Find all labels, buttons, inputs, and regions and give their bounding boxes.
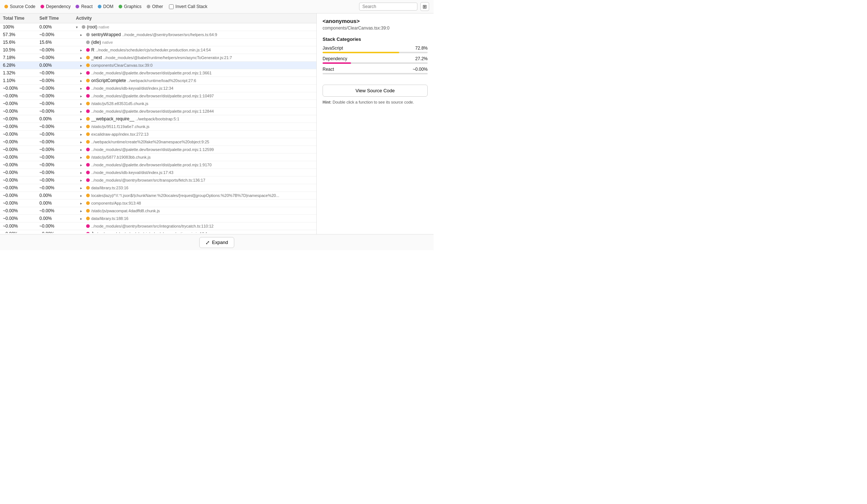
total-time: ~0.00% xyxy=(3,139,39,144)
table-row[interactable]: 1.10% ~0.00% ▸ onScriptComplete ../webpa… xyxy=(0,77,316,85)
total-time: ~0.00% xyxy=(3,101,39,106)
expand-row-btn[interactable]: ▸ xyxy=(80,186,85,190)
expand-row-btn[interactable]: ▸ xyxy=(80,132,85,136)
activity-text: (root) native xyxy=(87,24,109,30)
table-row[interactable]: ~0.00% ~0.00% ▸ ../node_modules/idb-keyv… xyxy=(0,85,316,92)
self-time: ~0.00% xyxy=(39,185,76,190)
activity-text: /static/js/528.e83531d5.chunk.js xyxy=(91,101,149,106)
expand-row-btn[interactable]: ▸ xyxy=(80,56,85,60)
bottom-bar: ⤢ Expand xyxy=(0,234,434,250)
function-title: <anonymous> xyxy=(323,18,428,24)
expand-row-btn[interactable]: ▸ xyxy=(80,201,85,205)
filter-other[interactable]: Other xyxy=(147,4,163,9)
expand-row-btn[interactable]: ▸ xyxy=(80,155,85,159)
activity-text: __webpack_require__ ../webpack/bootstrap… xyxy=(91,116,179,121)
expand-button[interactable]: ⤢ Expand xyxy=(199,237,234,248)
table-row[interactable]: ~0.00% ~0.00% ▸ ../node_modules/@palette… xyxy=(0,161,316,169)
table-row[interactable]: ~0.00% ~0.00% ▸ /static/js/9511.f119a6e7… xyxy=(0,123,316,131)
table-row[interactable]: 10.5% ~0.00% ▸ R ../node_modules/schedul… xyxy=(0,46,316,54)
table-row[interactable]: 1.32% ~0.00% ▸ ../node_modules/@palette.… xyxy=(0,69,316,77)
expand-row-btn[interactable]: ▸ xyxy=(80,102,85,106)
filter-react[interactable]: React xyxy=(76,4,92,9)
table-row[interactable]: ~0.00% ~0.00% ▸ excalidraw-app/index.tsx… xyxy=(0,131,316,138)
table-row[interactable]: 57.3% ~0.00% ▸ sentryWrapped ../node_mod… xyxy=(0,31,316,39)
expand-row-btn[interactable]: ▸ xyxy=(80,109,85,113)
filter-dom[interactable]: DOM xyxy=(98,4,113,9)
table-row[interactable]: ~0.00% ~0.00% ▸ ../node_modules/@sentry/… xyxy=(0,222,316,230)
expand-row-btn[interactable]: ▸ xyxy=(80,163,85,167)
total-time: ~0.00% xyxy=(3,193,39,198)
table-row[interactable]: ~0.00% ~0.00% ▸ ../webpack/runtime/creat… xyxy=(0,138,316,146)
expand-row-btn[interactable]: ▸ xyxy=(80,194,85,198)
activity-text: ../node_modules/@palette.dev/browser/dis… xyxy=(91,147,214,152)
activity-text: ../node_modules/idb-keyval/dist/index.js… xyxy=(91,170,173,175)
self-time: 0.00% xyxy=(39,216,76,221)
table-row[interactable]: 100% 0.00% ▾ (root) native xyxy=(0,23,316,31)
table-row[interactable]: ~0.00% ~0.00% ▸ data/library.ts:233:16 xyxy=(0,184,316,192)
category-javascript: JavaScript 72.8% xyxy=(323,46,428,53)
table-row[interactable]: ~0.00% ~0.00% ▸ ../node_modules/@sentry/… xyxy=(0,177,316,184)
total-time: 1.32% xyxy=(3,70,39,75)
table-row[interactable]: ~0.00% 0.00% ▸ data/library.ts:188:16 xyxy=(0,215,316,222)
expand-row-btn[interactable]: ▸ xyxy=(80,48,85,52)
expand-row-btn[interactable]: ▸ xyxy=(80,71,85,75)
expand-row-btn[interactable]: ▸ xyxy=(80,33,85,37)
expand-row-btn[interactable]: ▸ xyxy=(80,125,85,129)
activity-text: ../node_modules/@sentry/browser/src/inte… xyxy=(91,224,213,229)
activity-text: locales|lazy|/^//.*/.json$/|chunkName:%2… xyxy=(91,193,279,198)
expand-row-btn[interactable]: ▾ xyxy=(76,25,80,29)
total-time: ~0.00% xyxy=(3,109,39,114)
expand-row-btn[interactable]: ▸ xyxy=(80,209,85,213)
table-row[interactable]: 6.28% 0.00% ▸ components/ClearCanvas.tsx… xyxy=(0,62,316,69)
invert-call-stack-checkbox[interactable] xyxy=(169,4,174,9)
activity-text: (idle) native xyxy=(91,40,113,45)
stack-categories-title: Stack Categories xyxy=(323,36,428,42)
table-row[interactable]: 15.6% 15.6% ▸ (idle) native xyxy=(0,39,316,46)
search-input[interactable] xyxy=(359,3,417,11)
function-path: components/ClearCanvas.tsx:39:0 xyxy=(323,26,428,31)
layout-icon-btn[interactable]: ⊞ xyxy=(420,2,429,11)
expand-row-btn[interactable]: ▸ xyxy=(80,140,85,144)
table-row[interactable]: ~0.00% 0.00% ▸ locales|lazy|/^//.*/.json… xyxy=(0,192,316,199)
expand-row-btn[interactable]: ▸ xyxy=(80,148,85,152)
filter-source-code[interactable]: Source Code xyxy=(4,4,35,9)
table-row[interactable]: ~0.00% ~0.00% ▸ /static/js/pwacompat.4da… xyxy=(0,207,316,215)
table-row[interactable]: 7.18% ~0.00% ▸ _next ../node_modules/@ba… xyxy=(0,54,316,62)
expand-row-btn[interactable]: ▸ xyxy=(80,79,85,83)
expand-row-btn[interactable]: ▸ xyxy=(80,217,85,221)
total-time: ~0.00% xyxy=(3,116,39,121)
table-row[interactable]: ~0.00% ~0.00% ▸ ../node_modules/@palette… xyxy=(0,92,316,100)
self-time: ~0.00% xyxy=(39,155,76,160)
activity-text: ../node_modules/idb-keyval/dist/index.js… xyxy=(91,86,173,91)
expand-label: Expand xyxy=(212,240,228,245)
expand-row-btn[interactable]: ▸ xyxy=(80,117,85,121)
category-bar-fill xyxy=(323,62,351,64)
table-row[interactable]: ~0.00% ~0.00% ▸ ../node_modules/@palette… xyxy=(0,108,316,115)
table-row[interactable]: ~0.00% 0.00% ▸ components/App.tsx:913:48 xyxy=(0,199,316,207)
filter-dependency[interactable]: Dependency xyxy=(41,4,70,9)
expand-row-btn[interactable]: ▸ xyxy=(80,86,85,90)
activity-text: ../node_modules/@palette.dev/browser/dis… xyxy=(91,109,214,114)
table-row[interactable]: ~0.00% ~0.00% ▸ /static/js/528.e83531d5.… xyxy=(0,100,316,108)
total-time: ~0.00% xyxy=(3,86,39,91)
table-row[interactable]: ~0.00% ~0.00% ▸ /static/js/5877.b19083bb… xyxy=(0,154,316,161)
invert-call-stack-item[interactable]: Invert Call Stack xyxy=(169,4,207,9)
total-time: ~0.00% xyxy=(3,170,39,175)
expand-row-btn[interactable]: ▸ xyxy=(80,63,85,67)
total-time: 1.10% xyxy=(3,78,39,83)
expand-row-btn[interactable]: ▸ xyxy=(80,178,85,182)
expand-row-btn[interactable]: ▸ xyxy=(80,94,85,98)
table-row[interactable]: ~0.00% ~0.00% ▸ ../node_modules/@palette… xyxy=(0,146,316,154)
expand-row-btn[interactable]: ▸ xyxy=(80,171,85,175)
filter-graphics[interactable]: Graphics xyxy=(119,4,142,9)
table-row[interactable]: ~0.00% ~0.00% ▸ ../node_modules/idb-keyv… xyxy=(0,169,316,177)
view-source-code-button[interactable]: View Source Code xyxy=(323,85,428,97)
category-percent: 27.2% xyxy=(415,56,428,61)
self-time: 15.6% xyxy=(39,40,76,45)
table-row[interactable]: ~0.00% 0.00% ▸ __webpack_require__ ../we… xyxy=(0,115,316,123)
table-row[interactable]: ~0.00% ~0.00% ▸ J ../node_modules/schedu… xyxy=(0,230,316,233)
main-content: Total Time Self Time Activity 100% 0.00%… xyxy=(0,13,434,234)
total-time: 6.28% xyxy=(3,63,39,68)
self-time: ~0.00% xyxy=(39,124,76,129)
activity-text: ../node_modules/@palette.dev/browser/dis… xyxy=(91,70,212,75)
